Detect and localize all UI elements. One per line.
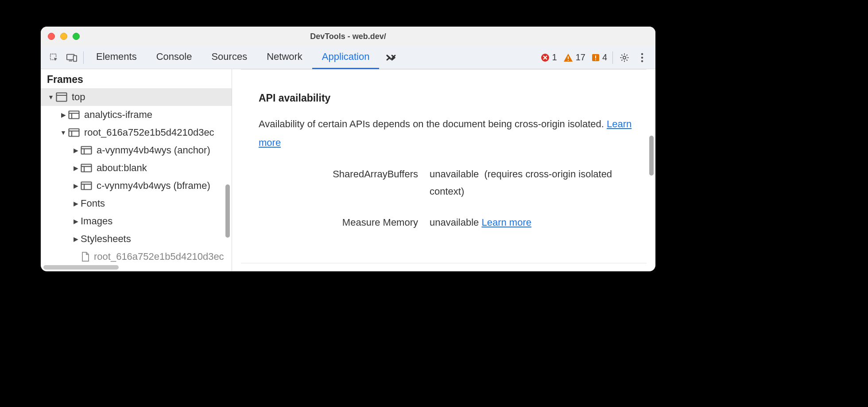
iframe-icon <box>68 128 80 137</box>
panel-tabs: Elements Console Sources Network Applica… <box>86 46 403 69</box>
divider <box>241 69 647 70</box>
minimize-window-button[interactable] <box>60 33 67 40</box>
settings-icon[interactable] <box>616 52 633 63</box>
frame-item[interactable]: ▼ root_616a752e1b5d4210d3ec <box>41 124 232 141</box>
toolbar-separator <box>83 51 84 64</box>
tree-file-item[interactable]: root_616a752e1b5d4210d3ec <box>41 248 232 266</box>
frame-label: root_616a752e1b5d4210d3ec <box>84 127 214 138</box>
svg-rect-5 <box>568 56 569 59</box>
svg-point-10 <box>623 56 626 59</box>
window-titlebar: DevTools - web.dev/ <box>41 27 655 46</box>
svg-point-11 <box>641 53 643 55</box>
svg-rect-14 <box>57 93 67 102</box>
api-row-value: unavailable (requires cross-origin isola… <box>430 165 634 200</box>
api-row-key: Measure Memory <box>259 214 418 231</box>
svg-rect-8 <box>595 55 596 59</box>
tab-console[interactable]: Console <box>147 46 202 69</box>
window-icon <box>56 92 67 102</box>
frame-item[interactable]: ▶ c-vynmy4vb4wys (bframe) <box>41 177 232 195</box>
expand-icon[interactable]: ▶ <box>73 147 79 154</box>
frame-label: analytics-iframe <box>84 109 152 121</box>
frame-label: about:blank <box>97 162 147 174</box>
errors-count[interactable]: 1 <box>541 52 557 63</box>
svg-point-12 <box>641 56 643 59</box>
devtools-window: DevTools - web.dev/ Elements Console Sou… <box>41 27 655 271</box>
issues-count-value: 4 <box>602 52 607 63</box>
console-status[interactable]: 1 17 4 <box>541 52 610 63</box>
warnings-count-value: 17 <box>576 52 585 63</box>
expand-icon[interactable]: ▶ <box>73 200 79 207</box>
more-options-icon[interactable] <box>633 53 651 63</box>
expand-icon[interactable]: ▼ <box>60 129 66 136</box>
issues-count[interactable]: 4 <box>592 52 607 63</box>
errors-count-value: 1 <box>552 52 557 63</box>
svg-rect-19 <box>69 129 79 137</box>
warning-icon <box>563 53 573 62</box>
tab-application[interactable]: Application <box>312 46 380 69</box>
tab-network[interactable]: Network <box>257 46 312 69</box>
close-window-button[interactable] <box>48 33 55 40</box>
content-vertical-scrollbar[interactable] <box>649 136 654 176</box>
api-status-text: unavailable <box>430 217 479 228</box>
tree-folder-label: Stylesheets <box>81 233 131 245</box>
tab-sources[interactable]: Sources <box>202 46 257 69</box>
zoom-window-button[interactable] <box>73 33 80 40</box>
divider <box>241 263 647 263</box>
file-icon <box>81 252 89 262</box>
expand-icon[interactable]: ▶ <box>73 235 79 243</box>
window-title: DevTools - web.dev/ <box>41 32 655 41</box>
learn-more-link[interactable]: Learn more <box>481 217 531 228</box>
svg-rect-25 <box>81 164 92 172</box>
frames-sidebar: Frames ▼ top ▶ analytics-iframe <box>41 69 232 271</box>
tab-elements[interactable]: Elements <box>86 46 147 69</box>
expand-icon[interactable]: ▶ <box>73 182 79 189</box>
panel-body: Frames ▼ top ▶ analytics-iframe <box>41 69 655 271</box>
frame-label: c-vynmy4vb4wys (bframe) <box>97 180 210 192</box>
iframe-icon <box>81 146 92 155</box>
toolbar-separator <box>612 51 613 64</box>
more-tabs-icon[interactable] <box>379 46 403 69</box>
expand-icon[interactable]: ▶ <box>60 111 66 118</box>
expand-icon[interactable]: ▶ <box>73 164 79 172</box>
tree-folder-label: Images <box>81 215 112 227</box>
frame-item[interactable]: ▶ a-vynmy4vb4wys (anchor) <box>41 141 232 159</box>
frame-details-pane: API availability Availability of certain… <box>232 69 655 271</box>
tree-file-label: root_616a752e1b5d4210d3ec <box>94 251 224 262</box>
error-icon <box>541 53 550 62</box>
svg-rect-9 <box>595 59 596 60</box>
warnings-count[interactable]: 17 <box>563 52 585 63</box>
frame-top[interactable]: ▼ top <box>41 88 232 106</box>
sidebar-section-header: Frames <box>41 69 232 88</box>
frame-label: a-vynmy4vb4wys (anchor) <box>97 145 210 156</box>
window-controls <box>41 33 80 40</box>
inspect-element-icon[interactable] <box>45 46 63 69</box>
api-row-key: SharedArrayBuffers <box>259 165 418 200</box>
svg-rect-16 <box>69 111 79 119</box>
device-toolbar-icon[interactable] <box>63 46 81 69</box>
svg-rect-28 <box>81 182 92 190</box>
svg-point-13 <box>641 60 643 62</box>
svg-rect-22 <box>81 147 92 154</box>
issue-icon <box>592 54 600 62</box>
frames-tree: ▼ top ▶ analytics-iframe ▼ <box>41 88 232 266</box>
tree-folder-images[interactable]: ▶ Images <box>41 212 232 230</box>
expand-icon[interactable]: ▶ <box>73 218 79 225</box>
iframe-icon <box>81 164 92 172</box>
sidebar-vertical-scrollbar[interactable] <box>225 184 230 238</box>
iframe-icon <box>81 181 92 190</box>
frame-item[interactable]: ▶ analytics-iframe <box>41 106 232 124</box>
expand-icon[interactable]: ▼ <box>48 94 54 101</box>
api-availability-heading: API availability <box>259 92 634 104</box>
svg-rect-3 <box>74 55 77 61</box>
sidebar-horizontal-scrollbar[interactable] <box>43 265 119 270</box>
api-row-value: unavailable Learn more <box>430 214 634 231</box>
iframe-icon <box>68 110 80 119</box>
api-availability-description: Availability of certain APIs depends on … <box>259 115 634 152</box>
frame-label: top <box>72 91 85 103</box>
tree-folder-stylesheets[interactable]: ▶ Stylesheets <box>41 230 232 248</box>
api-status-text: unavailable <box>430 168 479 180</box>
frame-item[interactable]: ▶ about:blank <box>41 159 232 177</box>
svg-rect-6 <box>568 60 569 61</box>
tree-folder-fonts[interactable]: ▶ Fonts <box>41 195 232 212</box>
devtools-toolbar: Elements Console Sources Network Applica… <box>41 46 655 69</box>
